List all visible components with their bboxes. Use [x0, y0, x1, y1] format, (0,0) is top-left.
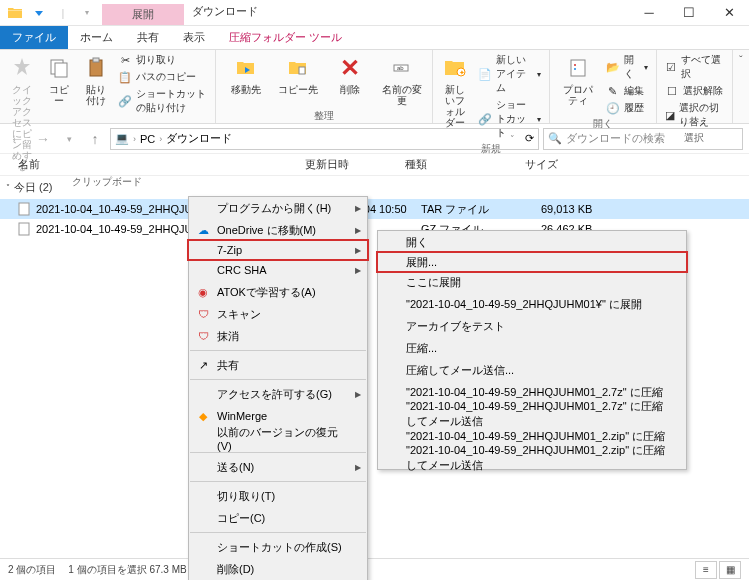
ctx-onedrive[interactable]: ☁OneDrive に移動(M)	[189, 219, 367, 241]
down-arrow-icon[interactable]	[28, 2, 50, 24]
close-button[interactable]: ✕	[709, 0, 749, 25]
ctx2-to-zip-mail[interactable]: "2021-10-04_10-49-59_2HHQJUHM01_2.zip" に…	[378, 447, 686, 469]
paste-shortcut-button[interactable]: 🔗ショートカットの貼り付け	[116, 86, 209, 116]
open-button[interactable]: 📂開く▾	[604, 52, 651, 82]
refresh-button[interactable]: ⟳	[525, 132, 534, 145]
quick-access-toolbar: | ▾	[0, 0, 102, 25]
ctx-send-to[interactable]: 送る(N)	[189, 456, 367, 478]
col-size[interactable]: サイズ	[525, 157, 645, 172]
new-group: ✦新しいフォルダー 📄新しいアイテム▾ 🔗ショートカット▾ 新規	[433, 50, 551, 123]
file-tab[interactable]: ファイル	[0, 26, 68, 49]
delete-button[interactable]: ✕削除	[326, 52, 374, 97]
address-dropdown-icon[interactable]: ˅	[510, 134, 515, 144]
cut-button[interactable]: ✂切り取り	[116, 52, 209, 68]
new-folder-button[interactable]: ✦新しいフォルダー	[439, 52, 472, 130]
file-type: TAR ファイル	[421, 202, 541, 217]
ctx2-extract-to[interactable]: "2021-10-04_10-49-59_2HHQJUHM01¥" に展開	[378, 293, 686, 315]
breadcrumb-pc[interactable]: PC	[140, 133, 155, 145]
status-selection: 1 個の項目を選択 67.3 MB	[68, 563, 186, 577]
col-type[interactable]: 種類	[405, 157, 525, 172]
status-bar: 2 個の項目 1 個の項目を選択 67.3 MB ≡ ▦	[0, 558, 749, 580]
ctx-crc-sha[interactable]: CRC SHA	[189, 259, 367, 281]
ctx-delete[interactable]: 削除(D)	[189, 558, 367, 580]
ctx2-test[interactable]: アーカイブをテスト	[378, 315, 686, 337]
svg-text:✦: ✦	[459, 69, 465, 76]
forward-button[interactable]: →	[32, 128, 54, 150]
back-button[interactable]: ←	[6, 128, 28, 150]
up-button[interactable]: ↑	[84, 128, 106, 150]
open-icon: 📂	[606, 60, 620, 74]
contextual-tab-header: 展開	[102, 0, 184, 25]
new-item-button[interactable]: 📄新しいアイテム▾	[476, 52, 544, 96]
chevron-right-icon: ›	[133, 134, 136, 144]
svg-rect-4	[299, 67, 305, 74]
recent-button[interactable]: ▾	[58, 128, 80, 150]
collapse-icon: ˅	[6, 183, 10, 192]
search-icon: 🔍	[548, 132, 562, 145]
context-submenu-7zip: 開く 展開... ここに展開 "2021-10-04_10-49-59_2HHQ…	[377, 230, 687, 470]
compressed-tools-tab[interactable]: 圧縮フォルダー ツール	[217, 26, 354, 49]
maximize-button[interactable]: ☐	[669, 0, 709, 25]
ctx-separator	[190, 481, 366, 482]
view-tab[interactable]: 表示	[171, 26, 217, 49]
ctx-grant-access[interactable]: アクセスを許可する(G)	[189, 383, 367, 405]
ctx-copy[interactable]: コピー(C)	[189, 507, 367, 529]
copyto-icon	[284, 54, 312, 82]
svg-rect-3	[93, 58, 99, 62]
properties-button[interactable]: プロパティ	[556, 52, 599, 108]
ctx-scan[interactable]: 🛡スキャン	[189, 303, 367, 325]
home-tab[interactable]: ホーム	[68, 26, 125, 49]
open-group: プロパティ 📂開く▾ ✎編集 🕘履歴 開く	[550, 50, 657, 123]
ctx-shred[interactable]: 🛡抹消	[189, 325, 367, 347]
ctx2-open[interactable]: 開く	[378, 231, 686, 253]
ctx-create-shortcut[interactable]: ショートカットの作成(S)	[189, 536, 367, 558]
breadcrumb-downloads[interactable]: ダウンロード	[166, 131, 232, 146]
svg-point-11	[574, 68, 576, 70]
ctx-cut[interactable]: 切り取り(T)	[189, 485, 367, 507]
properties-icon	[564, 54, 592, 82]
minimize-button[interactable]: ─	[629, 0, 669, 25]
col-date[interactable]: 更新日時	[305, 157, 405, 172]
copy-button[interactable]: コピー	[43, 52, 76, 108]
file-icon	[16, 221, 32, 237]
history-button[interactable]: 🕘履歴	[604, 100, 651, 116]
clipboard-group: クイック アクセスにピン留めする コピー 貼り付け ✂切り取り 📋パスのコピー …	[0, 50, 216, 123]
ctx-restore-version[interactable]: 以前のバージョンの復元(V)	[189, 427, 367, 449]
ctx2-to-7z-mail[interactable]: "2021-10-04_10-49-59_2HHQJUHM01_2.7z" に圧…	[378, 403, 686, 425]
ctx-open-with[interactable]: プログラムから開く(H)	[189, 197, 367, 219]
pin-quickaccess-button[interactable]: クイック アクセスにピン留めする	[6, 52, 39, 174]
ctx2-extract-here[interactable]: ここに展開	[378, 271, 686, 293]
atok-icon: ◉	[195, 284, 211, 300]
rename-button[interactable]: ab名前の変更	[378, 52, 426, 108]
ribbon-collapse-button[interactable]: ˇ	[733, 50, 749, 123]
ctx2-compress-mail[interactable]: 圧縮してメール送信...	[378, 359, 686, 381]
ctx-separator	[190, 379, 366, 380]
select-none-button[interactable]: ☐選択解除	[663, 83, 726, 99]
select-none-icon: ☐	[665, 84, 679, 98]
copyto-button[interactable]: コピー先	[274, 52, 322, 97]
search-input[interactable]: 🔍 ダウンロードの検索	[543, 128, 743, 150]
new-item-icon: 📄	[478, 67, 492, 81]
address-bar[interactable]: 💻 › PC › ダウンロード ˅ ⟳	[110, 128, 539, 150]
edit-button[interactable]: ✎編集	[604, 83, 651, 99]
qat-dropdown-icon[interactable]: ▾	[76, 2, 98, 24]
thumbnails-view-button[interactable]: ▦	[719, 561, 741, 579]
ctx2-extract[interactable]: 展開...	[376, 251, 688, 273]
select-all-icon: ☑	[665, 60, 677, 74]
file-row[interactable]: 2021-10-04_10-49-59_2HHQJUHM01.tar 2021/…	[0, 199, 749, 219]
paste-button[interactable]: 貼り付け	[79, 52, 112, 108]
ctx2-compress[interactable]: 圧縮...	[378, 337, 686, 359]
rename-icon: ab	[388, 54, 416, 82]
group-header[interactable]: ˅ 今日 (2)	[0, 176, 749, 199]
details-view-button[interactable]: ≡	[695, 561, 717, 579]
moveto-button[interactable]: 移動先	[222, 52, 270, 97]
select-all-button[interactable]: ☑すべて選択	[663, 52, 726, 82]
ctx-7zip[interactable]: 7-Zip	[187, 239, 369, 261]
copy-path-button[interactable]: 📋パスのコピー	[116, 69, 209, 85]
new-shortcut-icon: 🔗	[478, 112, 492, 126]
ctx-share[interactable]: ↗共有	[189, 354, 367, 376]
share-tab[interactable]: 共有	[125, 26, 171, 49]
invert-selection-button[interactable]: ◪選択の切り替え	[663, 100, 726, 130]
ctx-atok[interactable]: ◉ATOKで学習する(A)	[189, 281, 367, 303]
col-name[interactable]: 名前	[0, 157, 305, 172]
